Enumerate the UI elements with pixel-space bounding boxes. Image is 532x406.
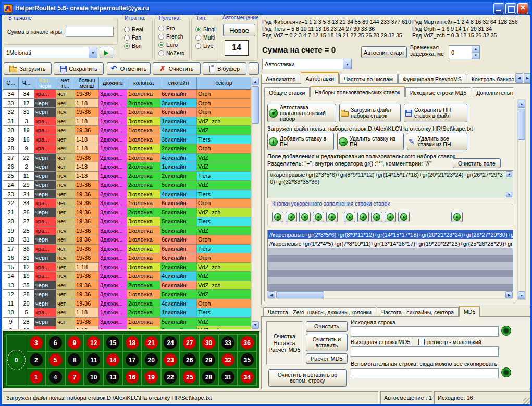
close-button[interactable] [517, 3, 528, 14]
radio-roulette-nozero[interactable]: NoZero [155, 49, 189, 57]
history-row[interactable]: 1831черннеч19-363дюжи...1колонка6сиклайн… [3, 235, 251, 245]
combo-dropdown-icon[interactable] [89, 47, 97, 58]
panel-scrollbar[interactable] [517, 99, 526, 300]
quick-fill-button-2[interactable] [286, 212, 297, 222]
list-hscrollbar[interactable] [267, 291, 513, 299]
board-cell-26[interactable]: 26 [180, 351, 199, 369]
history-row[interactable]: 105кра...неч1-181дюжи...2колонка1сиклайн… [3, 308, 251, 318]
radio-type-multi[interactable]: Multi [192, 33, 218, 42]
history-row[interactable]: 3434кра...чет19-363дюжи...1колонка6сикла… [3, 90, 251, 99]
sub-tab-1[interactable]: Общие ставки [264, 87, 310, 97]
board-cell-28[interactable]: 28 [199, 369, 218, 386]
board-cell-zero[interactable]: 0 [6, 334, 26, 386]
history-row[interactable]: 812кра...чет1-181дюжи...3колонка2сиклайн… [3, 326, 251, 329]
radio-type-live[interactable]: Live [192, 42, 218, 50]
board-cell-12[interactable]: 12 [84, 334, 103, 351]
bet-sets-list[interactable]: //кареправые+gr(2*3*5*6)+gr(8*9*11*12)+g… [267, 230, 513, 291]
history-row[interactable]: 1736кра...чет19-363дюжи...3колонка6сикла… [3, 245, 251, 254]
board-cell-8[interactable]: 8 [65, 351, 84, 369]
bet-set-item[interactable]: //карелевые+gr(1*2*4*5)+gr(7*8*10*11)+gr… [268, 239, 513, 248]
board-cell-11[interactable]: 11 [84, 351, 103, 369]
tabs-scroll-right-icon[interactable] [524, 73, 531, 83]
board-cell-19[interactable]: 19 [142, 369, 161, 386]
board-cell-34[interactable]: 34 [238, 369, 257, 386]
field-scroll-down-icon[interactable] [506, 192, 512, 197]
history-row[interactable]: 2511черннеч1-181дюжи...2колонка2сиклайнT… [3, 172, 251, 181]
board-cell-20[interactable]: 20 [142, 351, 161, 369]
board-cell-9[interactable]: 9 [65, 334, 84, 351]
scroll-thumb[interactable] [252, 86, 259, 124]
board-cell-5[interactable]: 5 [46, 351, 65, 369]
md5-calc-button[interactable]: Расчет MD5 [306, 353, 348, 364]
md5-source-go-button[interactable] [501, 326, 511, 336]
table-scrollbar[interactable] [251, 77, 259, 329]
history-row[interactable]: 1512кра...чет1-181дюжи...3колонка2сиклай… [3, 263, 251, 272]
board-cell-24[interactable]: 24 [161, 334, 180, 351]
scroll-thumb[interactable] [518, 109, 525, 140]
load-button[interactable]: Загрузить [4, 62, 52, 75]
scroll-up-icon[interactable] [252, 78, 259, 85]
board-cell-7[interactable]: 7 [65, 369, 84, 386]
history-row[interactable]: 2916кра...чет1-182дюжи...1колонка3сиклай… [3, 135, 251, 145]
md5-aux-input[interactable] [351, 368, 499, 378]
save-button[interactable]: Сохранить [54, 62, 104, 75]
quick-fill-button-8[interactable] [371, 212, 382, 222]
quick-fill-button-9[interactable] [385, 212, 396, 222]
history-row[interactable]: 3317черннеч1-182дюжи...2колонка3сиклайнO… [3, 99, 251, 108]
radio-roulette-french[interactable]: French [155, 32, 189, 41]
load-bet-file-button[interactable]: Загрузить файл набора ставок [339, 104, 401, 122]
board-cell-17[interactable]: 17 [122, 351, 142, 369]
quick-fill-button-5[interactable] [326, 212, 338, 222]
history-row[interactable]: 3231черннеч19-363дюжи...1колонка6сиклайн… [3, 108, 251, 117]
autobet-user-set-button[interactable]: Автоставка пользовательский набор [267, 104, 336, 122]
board-cell-2[interactable]: 2 [27, 351, 46, 369]
scroll-up-icon[interactable] [518, 100, 525, 108]
board-cell-23[interactable]: 23 [161, 351, 180, 369]
board-cell-32[interactable]: 32 [218, 351, 238, 369]
quick-fill-button-extra[interactable] [451, 212, 463, 222]
board-cell-14[interactable]: 14 [103, 351, 122, 369]
minimize-button[interactable] [493, 3, 504, 14]
autobets-combo[interactable]: Автоставки [262, 59, 352, 69]
delete-all-bets-button[interactable]: Удалить все ставки из ПН [407, 133, 467, 150]
scroll-right-icon[interactable] [505, 291, 513, 298]
history-row[interactable]: 928чернчет19-363дюжи...1колонка5сиклайнV… [3, 318, 251, 327]
sub-tab-3[interactable]: Исходные строки МД5 [405, 87, 472, 97]
history-row[interactable]: 262чернчет1-181дюжи...2колонка1сиклайнVd… [3, 162, 251, 172]
board-cell-29[interactable]: 29 [199, 351, 218, 369]
radio-game-bon[interactable]: Bon [120, 42, 152, 50]
board-cell-1[interactable]: 1 [27, 369, 46, 386]
history-row[interactable]: 289кра...неч1-181дюжи...3колонка2сиклайн… [3, 144, 251, 154]
freq-tab-2[interactable]: Частота - сиклайны, сектора [377, 307, 459, 317]
history-row[interactable]: 2722чернчет19-362дюжи...1колонка4сиклайн… [3, 154, 251, 163]
board-cell-36[interactable]: 36 [238, 334, 257, 351]
freq-tab-1[interactable]: Частота - Zero, шансы, дюжины, колонки [263, 307, 376, 317]
spinner-up-icon[interactable]: ▲ [472, 46, 479, 53]
history-row[interactable]: 2324чернчет19-362дюжи...3колонка4сиклайн… [3, 190, 251, 199]
spinner-down-icon[interactable]: ▼ [472, 53, 479, 59]
main-tab-4[interactable]: Функционал PsevdoMS [398, 74, 466, 84]
new-number-button[interactable]: Новое [223, 24, 255, 36]
sub-tab-4[interactable]: Дополнительно [472, 87, 513, 97]
md5-clear-button[interactable]: Очистить [306, 321, 348, 332]
copy-to-buffer-button[interactable]: В буфер [203, 62, 246, 75]
main-tab-3[interactable]: Частоты по числам [339, 74, 398, 84]
quick-fill-button-10[interactable] [398, 212, 410, 222]
save-bet-file-button[interactable]: Сохранить ПН ставок в файл [404, 104, 467, 122]
board-cell-31[interactable]: 31 [218, 369, 238, 386]
quick-fill-button-7[interactable] [357, 212, 369, 222]
history-row[interactable]: 1631черннеч19-363дюжи...1колонка6сиклайн… [3, 253, 251, 263]
bet-edit-field[interactable]: //кареправые+gr(2*3*5*6)+gr(8*9*11*12)+g… [267, 170, 513, 198]
board-cell-35[interactable]: 35 [238, 351, 257, 369]
add-bet-button[interactable]: Добавить ставку в ПН [267, 133, 334, 150]
main-tab-2[interactable]: Автоставки [301, 72, 339, 84]
board-cell-4[interactable]: 4 [46, 369, 65, 386]
history-row[interactable]: 1120чернчет19-362дюжи...2колонка4сиклайн… [3, 299, 251, 309]
clear-button[interactable]: Очистить [153, 62, 201, 75]
board-cell-6[interactable]: 6 [46, 334, 65, 351]
history-row[interactable]: 2234кра...чет19-363дюжи...1колонка6сикла… [3, 199, 251, 208]
quick-fill-button-3[interactable] [299, 212, 311, 222]
undo-button[interactable]: Отменить [107, 62, 151, 75]
md5-clear-paste-button[interactable]: Очистить и вставить [306, 334, 348, 351]
bet-set-item[interactable]: //кареправые+gr(2*3*5*6)+gr(8*9*11*12)+g… [268, 230, 513, 239]
